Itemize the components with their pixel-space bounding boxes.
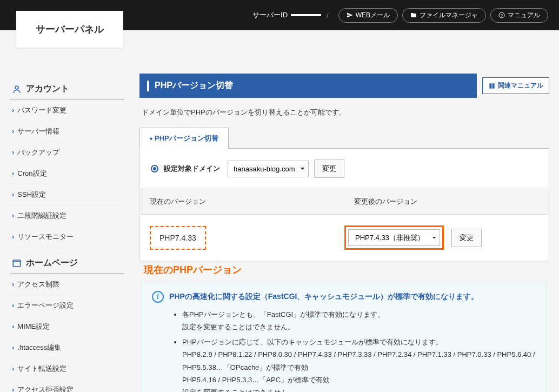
sidebar-item[interactable]: アクセス制限 [10, 274, 124, 295]
sidebar-item[interactable]: .htaccess編集 [10, 337, 124, 358]
info-title: PHPの高速化に関する設定（FastCGI、キャッシュモジュール）が標準で有効に… [169, 292, 478, 302]
sidebar-item[interactable]: サーバー情報 [10, 121, 124, 142]
version-row: PHP7.4.33 PHP7.4.33（非推奨） 変更 [140, 215, 549, 261]
manual-label: マニュアル [508, 11, 540, 20]
info-sub-text: 設定を変更することはできません。 [182, 321, 537, 333]
version-header: 現在のバージョン 変更後のバージョン [140, 189, 549, 215]
question-icon: ? [498, 12, 505, 18]
info-bullet-text: 各PHPバージョンとも、「FastCGI」が標準で有効になります。 [182, 310, 384, 318]
server-id-value [291, 14, 321, 16]
panel: 設定対象ドメイン hanasaku-blog.com 変更 現在のバージョン 変… [139, 149, 549, 261]
radio-selected-icon[interactable] [151, 165, 158, 172]
window-icon [12, 258, 22, 268]
separator: / [327, 11, 329, 19]
info-bullet: PHPバージョンに応じて、以下のキャッシュモジュールが標準で有効になります。 P… [182, 336, 537, 392]
account-icon [12, 84, 22, 94]
page-title: PHPバージョン切替 [155, 80, 233, 91]
sidebar-item[interactable]: SSH設定 [10, 184, 124, 205]
sidebar-item[interactable]: アクセス拒否設定 [10, 380, 124, 392]
col-new-version: 変更後のバージョン [344, 189, 549, 214]
webmail-button[interactable]: WEBメール [338, 8, 398, 23]
tabs: PHPバージョン切替 [139, 127, 549, 149]
related-manual-button[interactable]: 関連マニュアル [482, 77, 549, 94]
info-icon: i [152, 291, 164, 303]
col-current-version: 現在のバージョン [140, 189, 344, 214]
version-change-button[interactable]: 変更 [451, 229, 482, 247]
domain-select[interactable]: hanasaku-blog.com [228, 161, 309, 177]
svg-text:?: ? [501, 14, 503, 17]
sidebar-category-account-label: アカウント [26, 83, 69, 95]
info-sub-text: 設定を変更することはできません。 [182, 386, 537, 392]
server-id-label: サーバーID [252, 10, 288, 20]
main-content: PHPバージョン切替 関連マニュアル ドメイン単位でPHPのバージョンを切り替え… [130, 74, 559, 392]
info-box: i PHPの高速化に関する設定（FastCGI、キャッシュモジュール）が標準で有… [142, 282, 547, 392]
domain-row: 設定対象ドメイン hanasaku-blog.com 変更 [140, 149, 549, 189]
tab-php-version[interactable]: PHPバージョン切替 [139, 128, 229, 149]
sidebar-item[interactable]: MIME設定 [10, 316, 124, 337]
folder-icon [410, 12, 417, 18]
related-manual-label: 関連マニュアル [498, 81, 543, 90]
sidebar-category-homepage: ホームページ [10, 252, 124, 274]
current-version-value: PHP7.4.33 [150, 226, 206, 250]
new-version-highlight: PHP7.4.33（非推奨） [344, 225, 444, 250]
sidebar-item[interactable]: エラーページ設定 [10, 295, 124, 316]
new-version-select[interactable]: PHP7.4.33（非推奨） [348, 229, 440, 246]
file-manager-button[interactable]: ファイルマネージャ [402, 8, 486, 23]
sidebar-category-homepage-label: ホームページ [26, 257, 78, 269]
sidebar-item[interactable]: バックアップ [10, 142, 124, 163]
sidebar-item[interactable]: Cron設定 [10, 163, 124, 184]
sidebar-item[interactable]: 二段階認証設定 [10, 205, 124, 227]
panel-logo[interactable]: サーバーパネル [16, 11, 123, 48]
paper-plane-icon [347, 12, 353, 18]
info-bullet: 各PHPバージョンとも、「FastCGI」が標準で有効になります。 設定を変更す… [182, 308, 537, 334]
svg-rect-3 [13, 260, 21, 267]
info-sub-text: PHP8.2.9 / PHP8.1.22 / PHP8.0.30 / PHP7.… [182, 348, 537, 374]
description-text: ドメイン単位でPHPのバージョンを切り替えることが可能です。 [142, 108, 547, 117]
domain-change-button[interactable]: 変更 [314, 160, 344, 178]
sidebar-category-account: アカウント [10, 78, 124, 100]
file-manager-label: ファイルマネージャ [420, 11, 478, 20]
sidebar-item[interactable]: リソースモニター [10, 227, 124, 248]
sidebar-item[interactable]: パスワード変更 [10, 100, 124, 121]
sidebar-item[interactable]: サイト転送設定 [10, 358, 124, 380]
page-title-bar: PHPバージョン切替 [139, 74, 477, 98]
book-icon [488, 82, 496, 90]
info-sub-text: PHP5.4.16 / PHP5.3.3…「APC」が標準で有効 [182, 374, 537, 386]
webmail-label: WEBメール [356, 11, 390, 20]
manual-button[interactable]: ? マニュアル [490, 8, 548, 23]
svg-point-2 [15, 86, 18, 89]
info-bullet-text: PHPバージョンに応じて、以下のキャッシュモジュールが標準で有効になります。 [182, 338, 443, 346]
annotation-current-php: 現在のPHPバージョン [144, 263, 549, 276]
domain-label: 設定対象ドメイン [164, 164, 220, 174]
sidebar: アカウント パスワード変更 サーバー情報 バックアップ Cron設定 SSH設定… [0, 74, 130, 392]
